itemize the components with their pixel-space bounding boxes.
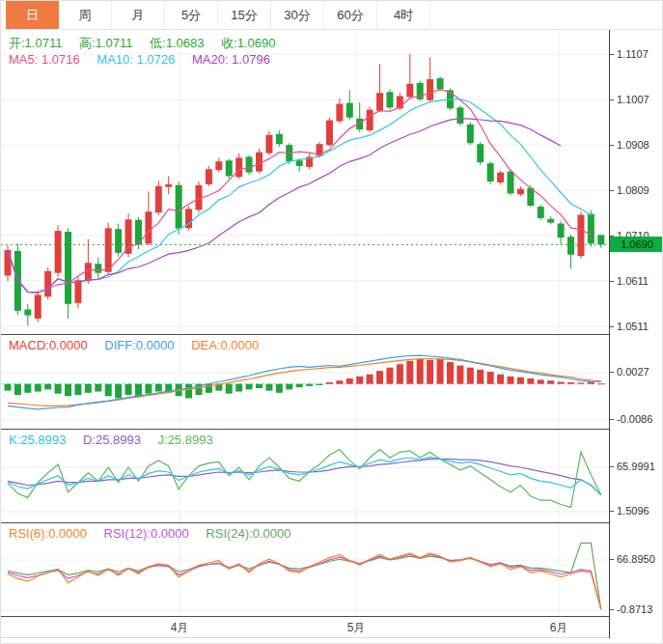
- axis-tick: [610, 466, 614, 467]
- candlestick-chart[interactable]: [1, 30, 609, 334]
- tab-4hour[interactable]: 4时: [377, 1, 430, 29]
- axis-tick-label: -0.0086: [617, 413, 652, 425]
- diff-value: DIFF:0.0000: [104, 338, 174, 352]
- current-price-tag: 1.0690: [610, 237, 663, 252]
- tab-60min[interactable]: 60分: [324, 1, 377, 29]
- axis-tick-label: 66.8950: [617, 553, 655, 565]
- axis-tick: [610, 145, 614, 146]
- axis-tick: [610, 54, 614, 55]
- axis-tick: [610, 609, 614, 610]
- axis-tick-label: 1.0809: [617, 184, 649, 196]
- d-value: D:25.8993: [83, 433, 141, 447]
- j-value: J:25.8993: [158, 433, 213, 447]
- axis-tick: [610, 281, 614, 282]
- dea-value: DEA:0.0000: [191, 338, 259, 352]
- price-axis: 1.0690 1.11071.10071.09081.08091.07101.0…: [609, 30, 663, 638]
- axis-tick: [610, 511, 614, 512]
- axis-tick: [610, 190, 614, 191]
- kdj-panel: K:25.8993 D:25.8993 J:25.8993: [1, 429, 609, 522]
- open-value: 开:1.0711: [9, 36, 62, 50]
- ma10-value: MA10: 1.0726: [97, 52, 175, 67]
- timeframe-tabbar: 日 周 月 5分 15分 30分 60分 4时: [1, 1, 662, 30]
- month-label-april: 4月: [171, 620, 189, 636]
- kdj-readout: K:25.8993 D:25.8993 J:25.8993: [9, 433, 227, 447]
- axis-tick-label: 0.0027: [617, 366, 649, 378]
- month-label-may: 5月: [347, 620, 366, 636]
- axis-tick-label: -0.8713: [617, 603, 652, 615]
- tab-15min[interactable]: 15分: [218, 1, 271, 29]
- axis-tick-label: 1.1007: [617, 94, 649, 105]
- rsi6-value: RSI(6):0.0000: [9, 526, 87, 541]
- ma5-value: MA5: 1.0716: [9, 52, 80, 67]
- ma-readout: MA5: 1.0716 MA10: 1.0726 MA20: 1.0796: [9, 52, 284, 67]
- axis-tick: [610, 559, 614, 560]
- tab-5min[interactable]: 5分: [165, 1, 218, 29]
- close-value: 收:1.0690: [221, 36, 275, 50]
- tab-month[interactable]: 月: [112, 1, 165, 29]
- rsi24-value: RSI(24):0.0000: [206, 526, 290, 541]
- rsi-panel: RSI(6):0.0000 RSI(12):0.0000 RSI(24):0.0…: [1, 522, 609, 616]
- axis-tick-label: 1.5096: [617, 505, 649, 517]
- macd-readout: MACD:0.0000 DIFF:0.0000 DEA:0.0000: [9, 338, 272, 352]
- axis-tick-label: 1.0908: [617, 139, 649, 151]
- trading-chart-app: 日 周 月 5分 15分 30分 60分 4时 开:1.0711 高:1.071…: [0, 0, 663, 644]
- macd-value: MACD:0.0000: [9, 338, 88, 352]
- axis-tick: [610, 372, 614, 373]
- low-value: 低:1.0683: [150, 36, 204, 50]
- k-value: K:25.8993: [9, 433, 66, 447]
- ohlc-readout: 开:1.0711 高:1.0711 低:1.0683 收:1.0690: [9, 35, 289, 52]
- axis-tick-label: 1.1107: [617, 48, 649, 60]
- axis-tick-label: 65.9991: [617, 461, 655, 472]
- macd-panel: MACD:0.0000 DIFF:0.0000 DEA:0.0000: [1, 334, 609, 429]
- main-chart-panel: 开:1.0711 高:1.0711 低:1.0683 收:1.0690 MA5:…: [1, 30, 609, 334]
- tab-week[interactable]: 周: [59, 1, 112, 29]
- axis-tick-label: 1.0511: [617, 321, 649, 332]
- axis-tick: [610, 326, 614, 327]
- tab-30min[interactable]: 30分: [271, 1, 324, 29]
- axis-tick: [610, 419, 614, 420]
- axis-tick: [610, 99, 614, 100]
- high-value: 高:1.0711: [79, 36, 132, 50]
- rsi12-value: RSI(12):0.0000: [104, 526, 189, 541]
- tab-day[interactable]: 日: [6, 1, 59, 29]
- ma20-value: MA20: 1.0796: [192, 52, 270, 67]
- month-label-june: 6月: [550, 620, 568, 636]
- bottom-strip: [1, 638, 663, 644]
- time-axis: 4月 5月 6月: [1, 616, 609, 638]
- rsi-readout: RSI(6):0.0000 RSI(12):0.0000 RSI(24):0.0…: [9, 526, 305, 541]
- axis-tick-label: 1.0611: [617, 275, 649, 287]
